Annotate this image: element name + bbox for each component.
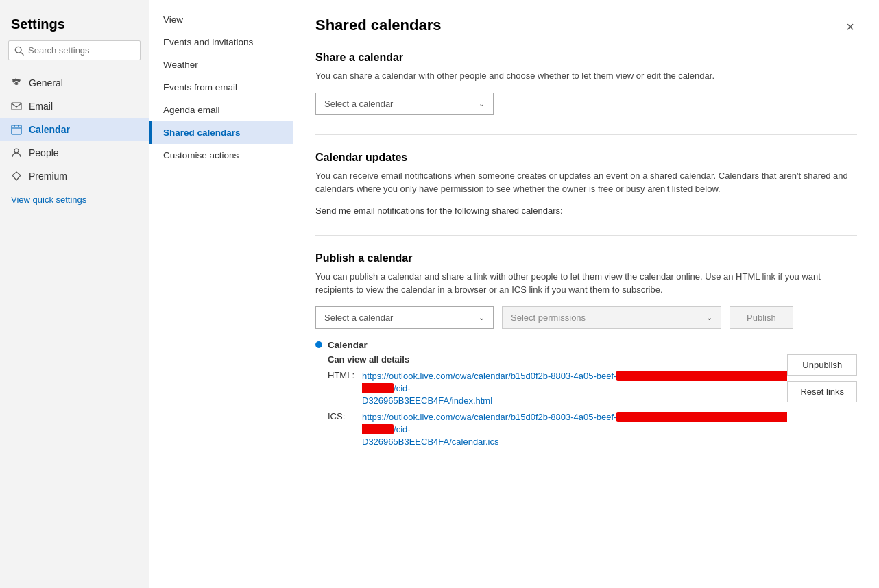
svg-rect-3 <box>12 125 21 134</box>
sidebar-item-general[interactable]: General <box>0 71 149 95</box>
calendar-entry-header: Calendar <box>315 340 857 350</box>
search-icon <box>14 46 24 56</box>
share-calendar-title: Share a calendar <box>315 51 857 64</box>
unpublish-button[interactable]: Unpublish <box>787 354 857 376</box>
app-title: Settings <box>0 11 149 40</box>
publish-button[interactable]: Publish <box>730 306 793 329</box>
main-header: Shared calendars × <box>315 16 857 38</box>
close-button[interactable]: × <box>843 16 857 38</box>
publish-calendar-section: Publish a calendar You can publish a cal… <box>315 252 857 453</box>
publish-calendar-dropdown[interactable]: Select a calendar ⌄ <box>315 306 494 329</box>
sidebar-item-premium-label: Premium <box>29 171 67 182</box>
calendar-icon <box>11 124 22 135</box>
divider-1 <box>315 134 857 135</box>
search-input[interactable] <box>28 45 134 56</box>
ics-link-label: ICS: <box>328 411 357 421</box>
publish-calendar-dropdown-label: Select a calendar <box>324 313 393 323</box>
sidebar-item-premium[interactable]: Premium <box>0 164 149 188</box>
calendar-entry-links: Can view all details HTML: https://outlo… <box>315 354 787 453</box>
sidebar-item-calendar[interactable]: Calendar <box>0 118 149 141</box>
ics-link-row: ICS: https://outlook.live.com/owa/calend… <box>328 411 787 449</box>
calendar-entry-body: Can view all details HTML: https://outlo… <box>315 354 857 453</box>
gear-icon <box>11 77 22 88</box>
html-link-url[interactable]: https://outlook.live.com/owa/calendar/b1… <box>362 370 787 408</box>
page-title: Shared calendars <box>315 16 441 34</box>
mail-icon <box>11 101 22 112</box>
mid-nav-item-customise-actions[interactable]: Customise actions <box>149 144 293 167</box>
share-calendar-desc: You can share a calendar with other peop… <box>315 69 857 83</box>
mid-nav-item-view[interactable]: View <box>149 8 293 31</box>
publish-calendar-desc: You can publish a calendar and share a l… <box>315 270 857 297</box>
ics-link-url[interactable]: https://outlook.live.com/owa/calendar/b1… <box>362 411 787 449</box>
svg-point-4 <box>14 149 19 153</box>
share-calendar-dropdown-arrow: ⌄ <box>479 99 485 108</box>
html-url-part1: https://outlook.live.com/owa/calendar/b1… <box>362 371 616 381</box>
html-link-row: HTML: https://outlook.live.com/owa/calen… <box>328 370 787 408</box>
permission-label: Can view all details <box>328 354 787 365</box>
svg-rect-2 <box>12 103 21 110</box>
share-calendar-section: Share a calendar You can share a calenda… <box>315 51 857 115</box>
mid-nav-item-shared-calendars[interactable]: Shared calendars <box>149 121 293 144</box>
sidebar: Settings General Email <box>0 0 149 588</box>
svg-marker-5 <box>12 172 21 180</box>
person-icon <box>11 147 22 158</box>
calendar-updates-title: Calendar updates <box>315 151 857 164</box>
publish-row: Select a calendar ⌄ Select permissions ⌄… <box>315 306 857 329</box>
html-link-label: HTML: <box>328 370 357 380</box>
publish-calendar-title: Publish a calendar <box>315 252 857 265</box>
mid-nav: View Events and invitations Weather Even… <box>149 0 293 588</box>
search-box[interactable] <box>8 40 141 60</box>
diamond-icon <box>11 171 22 182</box>
sidebar-item-email-label: Email <box>29 101 53 112</box>
mid-nav-item-events-from-email[interactable]: Events from email <box>149 76 293 99</box>
sidebar-item-calendar-label: Calendar <box>29 124 70 135</box>
calendar-dot <box>315 341 322 348</box>
calendar-entry: Calendar Can view all details HTML: http… <box>315 340 857 453</box>
send-email-text: Send me email notifications for the foll… <box>315 206 857 216</box>
publish-calendar-dropdown-arrow: ⌄ <box>479 313 485 322</box>
share-calendar-dropdown-label: Select a calendar <box>324 99 393 109</box>
view-quick-settings-link[interactable]: View quick settings <box>0 188 149 212</box>
sidebar-item-general-label: General <box>29 77 63 88</box>
sidebar-item-people-label: People <box>29 147 59 158</box>
share-calendar-dropdown[interactable]: Select a calendar ⌄ <box>315 93 494 115</box>
publish-permissions-dropdown-arrow: ⌄ <box>706 313 712 322</box>
calendar-updates-section: Calendar updates You can receive email n… <box>315 151 857 216</box>
action-buttons: Unpublish Reset links <box>787 354 857 453</box>
sidebar-item-people[interactable]: People <box>0 141 149 164</box>
divider-2 <box>315 235 857 236</box>
publish-permissions-dropdown[interactable]: Select permissions ⌄ <box>502 306 721 329</box>
ics-url-part1: https://outlook.live.com/owa/calendar/b1… <box>362 412 616 422</box>
publish-permissions-dropdown-label: Select permissions <box>511 313 586 323</box>
reset-links-button[interactable]: Reset links <box>787 381 857 402</box>
svg-line-1 <box>21 52 23 55</box>
mid-nav-item-weather[interactable]: Weather <box>149 53 293 76</box>
calendar-updates-desc: You can receive email notifications when… <box>315 169 857 196</box>
mid-nav-item-agenda-email[interactable]: Agenda email <box>149 99 293 121</box>
main-content: Shared calendars × Share a calendar You … <box>293 0 879 588</box>
sidebar-item-email[interactable]: Email <box>0 95 149 118</box>
calendar-entry-name: Calendar <box>328 340 368 350</box>
mid-nav-item-events-invitations[interactable]: Events and invitations <box>149 31 293 53</box>
